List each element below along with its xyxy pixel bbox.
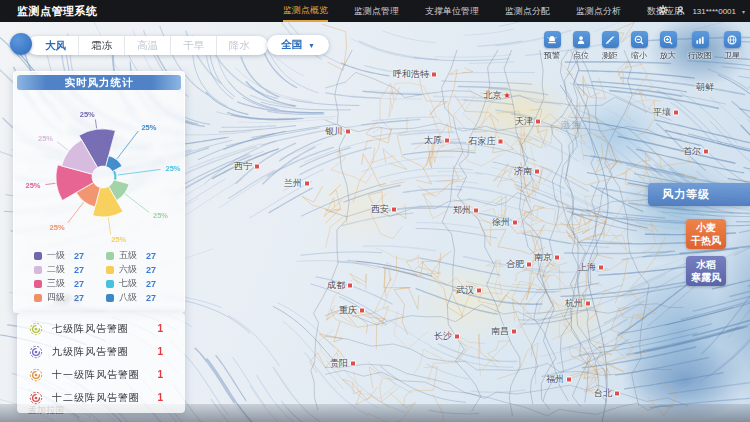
legend-item-1[interactable]: 一级27 [34, 249, 106, 262]
city-marker-icon [535, 118, 541, 124]
hazard-tab-4[interactable]: 干旱 [170, 36, 216, 55]
wind-level-button[interactable]: 风力等级 [648, 183, 750, 206]
legend-swatch [34, 252, 42, 260]
region-selector[interactable]: 全国 ▼ [267, 35, 329, 55]
legend-swatch [34, 280, 42, 288]
city-marker-icon [511, 328, 517, 334]
measure-icon [602, 31, 619, 48]
legend-item-4[interactable]: 四级27 [34, 291, 106, 304]
nav-item-4[interactable]: 监测点分配 [505, 0, 550, 22]
tool-zoom-out[interactable]: 缩小 [627, 31, 651, 61]
hazard-toggle-circle[interactable] [10, 33, 32, 55]
legend-swatch [106, 252, 114, 260]
top-bar: 监测点管理系统 监测点概览监测点管理支撑单位管理监测点分配监测点分析数据应用 1… [0, 0, 750, 22]
hazard-tab-2[interactable]: 霜冻 [78, 36, 124, 55]
wind-rose-chart: 25%25%25%25%25%25%25%25% [14, 93, 184, 247]
tool-marker[interactable]: 点位 [569, 31, 593, 61]
city-marker-icon [359, 307, 365, 313]
gear-icon[interactable] [657, 2, 669, 20]
svg-text:25%: 25% [153, 211, 168, 220]
legend-item-7[interactable]: 七级27 [106, 277, 178, 290]
nav-item-2[interactable]: 监测点管理 [354, 0, 399, 22]
city-marker-icon [454, 333, 460, 339]
zoom-out-icon [631, 31, 648, 48]
city-marker-icon [304, 180, 310, 186]
city-marker-icon [614, 390, 620, 396]
user-phone[interactable]: 131****0001 [692, 7, 736, 16]
wheat-dry-hot-wind-button[interactable]: 小麦干热风 [686, 219, 726, 249]
city-label: 贵阳 [330, 357, 356, 370]
alert-row-1[interactable]: 七级阵风告警圈1 [17, 322, 185, 336]
nav-item-5[interactable]: 监测点分析 [576, 0, 621, 22]
hazard-tab-5[interactable]: 降水 [216, 36, 262, 55]
alert-row-4[interactable]: 十二级阵风告警圈1 [17, 391, 185, 405]
city-label: 呼和浩特 [393, 68, 437, 81]
city-label: 南京 [534, 251, 560, 264]
city-label: 成都 [327, 279, 353, 292]
svg-text:25%: 25% [50, 223, 65, 232]
city-label: 上海 [578, 261, 604, 274]
legend-item-8[interactable]: 八级27 [106, 291, 178, 304]
capital-star-icon: ★ [503, 91, 510, 99]
city-marker-icon [598, 264, 604, 270]
typhoon-icon [29, 322, 43, 336]
city-label: 济南 [514, 165, 540, 178]
nav-item-1[interactable]: 监测点概览 [283, 0, 328, 22]
tool-measure[interactable]: 测距 [598, 31, 622, 61]
chart-legend: 一级27二级27三级27四级27五级27六级27七级27八级27 [14, 247, 184, 312]
legend-item-6[interactable]: 六级27 [106, 263, 178, 276]
city-marker-icon [526, 261, 532, 267]
svg-text:25%: 25% [80, 110, 95, 119]
svg-text:25%: 25% [38, 134, 53, 143]
legend-swatch [106, 294, 114, 302]
marker-icon [573, 31, 590, 48]
tool-zoom-in[interactable]: 放大 [656, 31, 680, 61]
city-label: 徐州 [492, 216, 518, 229]
alert-row-3[interactable]: 十一级阵风告警圈1 [17, 368, 185, 382]
city-marker-icon [566, 376, 572, 382]
region-value: 全国 [281, 38, 302, 52]
city-marker-icon [534, 168, 540, 174]
city-marker-icon [703, 148, 709, 154]
city-marker-icon [347, 282, 353, 288]
typhoon-icon [29, 391, 43, 405]
tool-admin-map[interactable]: 行政图 [685, 31, 715, 61]
legend-swatch [34, 266, 42, 274]
typhoon-icon [29, 345, 43, 359]
city-marker-icon [431, 71, 437, 77]
city-label: 郑州 [453, 204, 479, 217]
city-label: 朝鲜 [696, 81, 714, 94]
city-marker-icon [554, 254, 560, 260]
nav-item-3[interactable]: 支撑单位管理 [425, 0, 479, 22]
sea-label: 渤海 [561, 119, 583, 132]
tool-satellite[interactable]: 卫星 [720, 31, 744, 61]
wind-stats-panel: 实时风力统计 25%25%25%25%25%25%25%25% 一级27二级27… [13, 71, 185, 313]
city-marker-icon [476, 287, 482, 293]
city-label: 太原 [424, 134, 450, 147]
tool-alarm[interactable]: 预警 [540, 31, 564, 61]
city-label: 西宁 [234, 160, 260, 173]
legend-item-3[interactable]: 三级27 [34, 277, 106, 290]
hazard-tab-1[interactable]: 大风 [33, 36, 78, 55]
city-label: 平壤 [653, 106, 679, 119]
admin-map-icon [692, 31, 709, 48]
city-label: 天津 [515, 115, 541, 128]
city-label: 北京★ [483, 89, 510, 102]
legend-item-5[interactable]: 五级27 [106, 249, 178, 262]
typhoon-icon [29, 368, 43, 382]
main-nav: 监测点概览监测点管理支撑单位管理监测点分配监测点分析数据应用 [283, 0, 683, 22]
city-label: 兰州 [284, 177, 310, 190]
city-marker-icon [498, 138, 504, 144]
rice-cold-dew-wind-button[interactable]: 水稻寒露风 [686, 256, 726, 286]
user-menu-caret-icon[interactable]: ▾ [742, 8, 745, 15]
city-marker-icon [473, 207, 479, 213]
city-label: 台北 [594, 387, 620, 400]
hazard-tab-3[interactable]: 高温 [124, 36, 170, 55]
hazard-tabbar: 大风霜冻高温干旱降水 [27, 36, 268, 55]
city-marker-icon [254, 163, 260, 169]
legend-item-2[interactable]: 二级27 [34, 263, 106, 276]
city-label: 南昌 [491, 325, 517, 338]
city-marker-icon [350, 360, 356, 366]
alert-row-2[interactable]: 九级阵风告警圈1 [17, 345, 185, 359]
legend-swatch [106, 266, 114, 274]
